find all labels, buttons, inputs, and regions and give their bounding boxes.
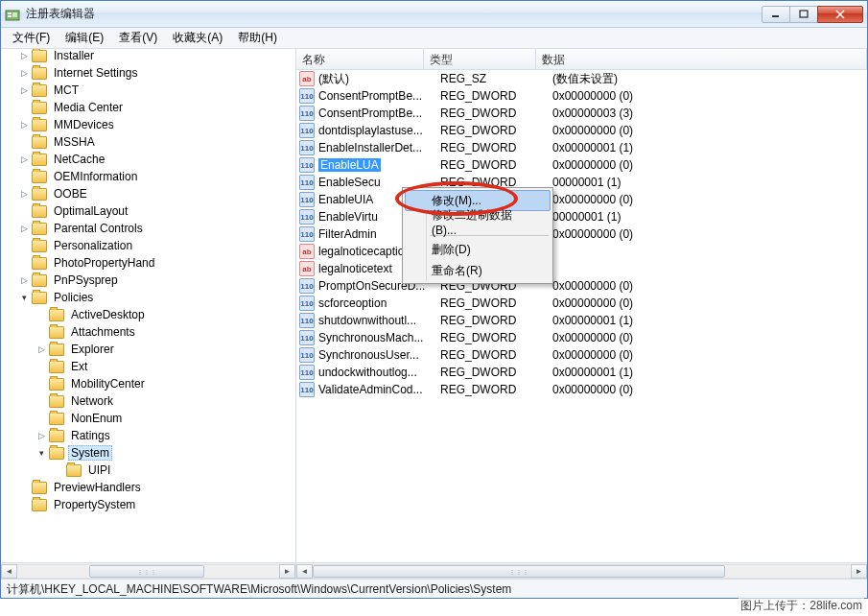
- context-modify-binary[interactable]: 修改二进制数据(B)...: [405, 211, 551, 232]
- tree-item[interactable]: PhotoPropertyHand: [1, 254, 295, 272]
- value-type: REG_DWORD: [440, 124, 552, 137]
- menu-view[interactable]: 查看(V): [111, 28, 165, 48]
- scroll-left-icon[interactable]: ◄: [296, 564, 313, 579]
- context-rename[interactable]: 重命名(R): [405, 260, 551, 281]
- list-row[interactable]: 110shutdownwithoutl...REG_DWORD0x0000000…: [296, 312, 867, 329]
- tree-item[interactable]: Media Center: [1, 99, 295, 116]
- folder-icon: [32, 274, 47, 287]
- menu-edit[interactable]: 编辑(E): [58, 28, 111, 48]
- menu-help[interactable]: 帮助(H): [230, 28, 285, 48]
- no-expander: [35, 309, 47, 320]
- scroll-thumb[interactable]: ⋮⋮⋮: [313, 565, 725, 578]
- folder-icon: [49, 378, 64, 391]
- tree-item[interactable]: Ext: [1, 358, 295, 375]
- reg-dword-icon: 110: [299, 296, 315, 311]
- list-row[interactable]: 110EnableVirtuREG_DWORD00000001 (1): [296, 208, 867, 225]
- folder-icon: [49, 361, 64, 373]
- value-name: EnableVirtu: [318, 210, 378, 224]
- list-row[interactable]: 110EnableLUAREG_DWORD0x00000000 (0): [296, 156, 867, 174]
- tree-hscrollbar[interactable]: ◄ ⋮⋮⋮ ►: [1, 562, 295, 579]
- scroll-right-icon[interactable]: ►: [851, 564, 867, 579]
- list-row[interactable]: 110EnableSecuREG_DWORD00000001 (1): [296, 174, 867, 191]
- tree-item[interactable]: Personalization: [1, 237, 295, 254]
- tree-item[interactable]: ▷PnPSysprep: [1, 272, 295, 289]
- list-row[interactable]: 110scforceoptionREG_DWORD0x00000000 (0): [296, 295, 867, 312]
- value-type: REG_DWORD: [440, 141, 552, 154]
- tree-item[interactable]: PropertySystem: [1, 496, 295, 513]
- chevron-down-icon[interactable]: ▾: [35, 447, 47, 459]
- tree-item[interactable]: ActiveDesktop: [1, 306, 295, 323]
- list-row[interactable]: 110PromptOnSecureD...REG_DWORD0x00000000…: [296, 277, 867, 295]
- col-header-type[interactable]: 类型: [424, 49, 536, 69]
- list-hscrollbar[interactable]: ◄ ⋮⋮⋮ ►: [296, 562, 867, 579]
- list-row[interactable]: 110SynchronousUser...REG_DWORD0x00000000…: [296, 346, 867, 364]
- tree-item[interactable]: ▷Internet Settings: [1, 64, 295, 82]
- tree-item[interactable]: NonEnum: [1, 410, 295, 427]
- list-row[interactable]: 110ValidateAdminCod...REG_DWORD0x0000000…: [296, 381, 867, 398]
- value-name: ConsentPromptBe...: [318, 107, 422, 120]
- list-body[interactable]: ab(默认)REG_SZ(数值未设置)110ConsentPromptBe...…: [296, 70, 867, 562]
- chevron-right-icon[interactable]: ▷: [18, 188, 30, 200]
- context-delete[interactable]: 删除(D): [405, 239, 551, 260]
- chevron-right-icon[interactable]: ▷: [18, 67, 30, 79]
- tree-scroll[interactable]: ▷Installer▷Internet Settings▷MCTMedia Ce…: [1, 49, 295, 562]
- list-row[interactable]: ablegalnoticetextREG_SZ: [296, 260, 867, 277]
- maximize-button[interactable]: [789, 6, 818, 23]
- scroll-track[interactable]: ⋮⋮⋮: [17, 564, 279, 579]
- tree-item[interactable]: ▷Parental Controls: [1, 220, 295, 237]
- tree-item[interactable]: UIPI: [1, 462, 295, 479]
- tree-item[interactable]: OEMInformation: [1, 168, 295, 185]
- tree-item[interactable]: ▷Ratings: [1, 427, 295, 444]
- tree-item[interactable]: ▾System: [1, 444, 295, 462]
- list-row[interactable]: 110undockwithoutlog...REG_DWORD0x0000000…: [296, 364, 867, 381]
- list-row[interactable]: ab(默认)REG_SZ(数值未设置): [296, 70, 867, 87]
- folder-icon: [32, 84, 47, 97]
- list-row[interactable]: 110ConsentPromptBe...REG_DWORD0x00000000…: [296, 87, 867, 105]
- titlebar[interactable]: 注册表编辑器: [1, 1, 867, 28]
- list-row[interactable]: 110EnableInstallerDet...REG_DWORD0x00000…: [296, 139, 867, 156]
- scroll-thumb[interactable]: ⋮⋮⋮: [89, 565, 204, 578]
- folder-icon: [32, 67, 47, 80]
- chevron-right-icon[interactable]: ▷: [35, 344, 47, 355]
- tree-item[interactable]: PreviewHandlers: [1, 479, 295, 496]
- minimize-button[interactable]: [762, 6, 790, 23]
- chevron-right-icon[interactable]: ▷: [18, 50, 30, 61]
- tree-item[interactable]: ▷MCT: [1, 82, 295, 99]
- chevron-right-icon[interactable]: ▷: [18, 119, 30, 130]
- scroll-left-icon[interactable]: ◄: [1, 564, 17, 579]
- tree-item[interactable]: MSSHA: [1, 133, 295, 151]
- chevron-right-icon[interactable]: ▷: [35, 430, 47, 441]
- value-data: 0x00000000 (0): [552, 348, 867, 362]
- tree-item[interactable]: ▷MMDevices: [1, 116, 295, 133]
- menu-file[interactable]: 文件(F): [5, 28, 58, 48]
- list-row[interactable]: 110EnableUIAREG_DWORD0x00000000 (0): [296, 191, 867, 208]
- tree-item[interactable]: OptimalLayout: [1, 202, 295, 220]
- chevron-right-icon[interactable]: ▷: [18, 223, 30, 234]
- close-button[interactable]: [817, 6, 863, 23]
- chevron-down-icon[interactable]: ▾: [18, 292, 30, 303]
- col-header-name[interactable]: 名称: [296, 49, 424, 69]
- tree-item[interactable]: ▷Installer: [1, 49, 295, 64]
- list-row[interactable]: 110FilterAdminREG_DWORD0x00000000 (0): [296, 225, 867, 243]
- tree-item[interactable]: Network: [1, 392, 295, 410]
- tree-item[interactable]: ▷OOBE: [1, 185, 295, 202]
- col-header-data[interactable]: 数据: [536, 49, 867, 69]
- list-row[interactable]: ablegalnoticecaptionREG_SZ: [296, 243, 867, 260]
- chevron-right-icon[interactable]: ▷: [18, 154, 30, 165]
- chevron-right-icon[interactable]: ▷: [18, 274, 30, 286]
- tree-item[interactable]: Attachments: [1, 323, 295, 341]
- tree-item[interactable]: ▷NetCache: [1, 151, 295, 168]
- reg-sz-icon: ab: [299, 71, 315, 86]
- tree-item[interactable]: ▾Policies: [1, 289, 295, 306]
- tree-item-label: Installer: [51, 49, 97, 63]
- menu-favorites[interactable]: 收藏夹(A): [165, 28, 230, 48]
- tree-item[interactable]: MobilityCenter: [1, 375, 295, 392]
- list-row[interactable]: 110dontdisplaylastuse...REG_DWORD0x00000…: [296, 122, 867, 139]
- scroll-track[interactable]: ⋮⋮⋮: [313, 564, 851, 579]
- tree-item[interactable]: ▷Explorer: [1, 341, 295, 358]
- list-row[interactable]: 110SynchronousMach...REG_DWORD0x00000000…: [296, 329, 867, 346]
- list-row[interactable]: 110ConsentPromptBe...REG_DWORD0x00000003…: [296, 105, 867, 122]
- no-expander: [18, 171, 30, 182]
- chevron-right-icon[interactable]: ▷: [18, 84, 30, 96]
- scroll-right-icon[interactable]: ►: [279, 564, 295, 579]
